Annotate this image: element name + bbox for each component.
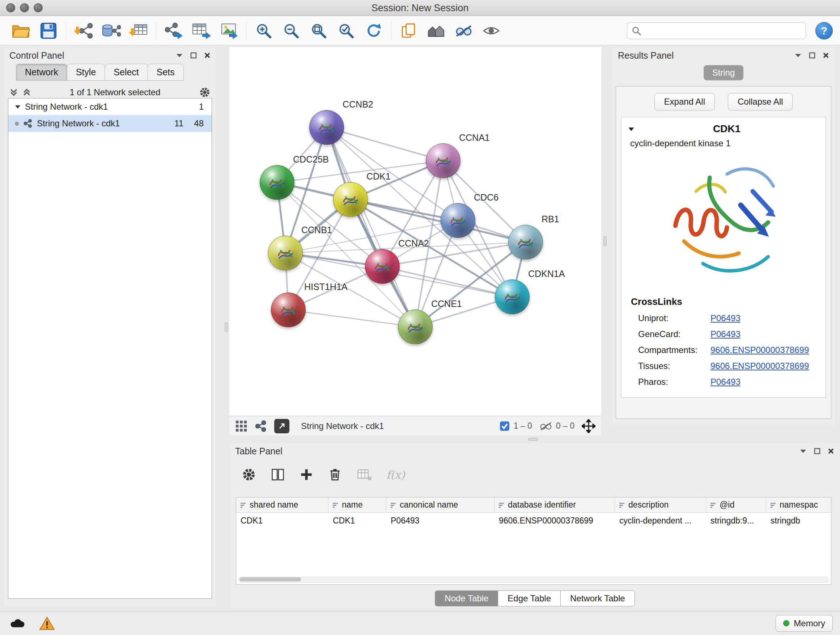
show-all-button[interactable]	[477, 19, 505, 42]
panel-close-icon[interactable]	[204, 52, 210, 59]
export-image-button[interactable]	[215, 19, 242, 42]
table-cell[interactable]: CDK1	[328, 513, 386, 529]
search-field[interactable]	[627, 22, 806, 39]
tree-expander-icon[interactable]	[15, 105, 21, 109]
table-cell[interactable]: stringdb:9...	[706, 513, 766, 529]
network-collection-row[interactable]: String Network - cdk1 1	[8, 98, 212, 115]
collapse-all-button[interactable]: Collapse All	[728, 93, 793, 111]
memory-button[interactable]: Memory	[775, 615, 833, 632]
search-input[interactable]	[641, 26, 801, 36]
zoom-window-button[interactable]	[34, 3, 43, 12]
table-cell[interactable]: P06493	[386, 513, 494, 529]
home-networks-button[interactable]	[423, 19, 450, 42]
network-node-ccna2[interactable]	[365, 249, 400, 284]
save-session-button[interactable]	[35, 19, 62, 42]
collapse-all-icon[interactable]	[9, 88, 18, 97]
tab-string[interactable]: String	[704, 65, 744, 80]
expand-all-icon[interactable]	[22, 88, 31, 97]
panel-menu-icon[interactable]	[794, 53, 802, 58]
panel-float-icon[interactable]	[190, 52, 197, 59]
table-cell[interactable]: 9606.ENSP00000378699	[494, 513, 615, 529]
network-node-ccnb2[interactable]	[309, 110, 344, 145]
network-node-cdkn1a[interactable]	[495, 279, 530, 314]
table-row[interactable]: CDK1 CDK1 P06493 9606.ENSP00000378699 cy…	[236, 513, 831, 529]
selected-checkbox-icon[interactable]	[499, 421, 510, 432]
network-node-rb1[interactable]	[508, 225, 543, 260]
refresh-view-button[interactable]	[360, 19, 387, 42]
horizontal-splitter-grip[interactable]	[528, 438, 538, 441]
panel-menu-icon[interactable]	[799, 448, 807, 454]
column-header[interactable]: canonical name	[386, 497, 494, 512]
function-builder-button[interactable]: f(x)	[386, 469, 405, 481]
help-button[interactable]: ?	[815, 22, 833, 40]
entry-collapse-icon[interactable]	[628, 127, 635, 131]
crosslink-link[interactable]: P06493	[711, 313, 741, 323]
export-network-button[interactable]	[160, 19, 187, 42]
table-settings-gear-icon[interactable]	[242, 467, 256, 482]
network-row[interactable]: String Network - cdk1 11 48	[8, 115, 212, 132]
add-column-icon[interactable]	[300, 468, 313, 481]
zoom-in-button[interactable]	[250, 19, 278, 42]
tab-network[interactable]: Network	[16, 64, 67, 81]
import-network-file-button[interactable]	[70, 19, 97, 42]
zoom-out-button[interactable]	[278, 19, 305, 42]
network-share-icon[interactable]	[255, 420, 267, 432]
network-node-cdk1[interactable]	[333, 182, 368, 217]
right-splitter-grip[interactable]	[603, 236, 607, 246]
import-table-button[interactable]	[125, 19, 152, 42]
table-cell[interactable]: stringdb	[766, 513, 831, 529]
panel-close-icon[interactable]	[828, 448, 834, 454]
zoom-selected-button[interactable]	[332, 19, 360, 42]
network-node-cdc25b[interactable]	[260, 165, 294, 200]
gear-icon[interactable]	[199, 87, 210, 98]
column-header[interactable]: @id	[706, 497, 766, 512]
crosslink-link[interactable]: P06493	[711, 329, 741, 339]
network-node-hist1h1a[interactable]	[271, 293, 306, 327]
panel-float-icon[interactable]	[814, 448, 821, 454]
minimize-button[interactable]	[20, 3, 29, 12]
hidden-glasses-icon[interactable]	[539, 421, 553, 432]
open-in-browser-button[interactable]	[274, 419, 289, 433]
hide-selected-button[interactable]	[450, 19, 477, 42]
scrollbar-thumb[interactable]	[240, 578, 301, 581]
tab-network-table[interactable]: Network Table	[561, 591, 635, 606]
tab-node-table[interactable]: Node Table	[435, 591, 498, 606]
left-splitter-grip[interactable]	[225, 322, 228, 333]
network-node-ccnb1[interactable]	[268, 236, 303, 271]
panel-menu-icon[interactable]	[176, 53, 183, 58]
delete-column-icon[interactable]	[328, 467, 342, 482]
column-header[interactable]: namespac	[766, 497, 831, 512]
copy-document-button[interactable]	[395, 19, 423, 42]
table-cell[interactable]: cyclin-dependent ...	[615, 513, 706, 529]
tab-sets[interactable]: Sets	[148, 64, 184, 81]
column-header[interactable]: description	[615, 497, 706, 512]
crosslink-link[interactable]: P06493	[711, 377, 741, 387]
network-canvas[interactable]: CCNB2CCNA1CDC25BCDK1CDC6RB1CCNB1CCNA2CDK…	[229, 47, 601, 416]
panel-close-icon[interactable]	[823, 52, 829, 59]
warnings-button[interactable]	[37, 615, 57, 632]
panel-float-icon[interactable]	[809, 52, 815, 59]
column-header[interactable]: shared name	[236, 497, 328, 512]
tab-select[interactable]: Select	[104, 64, 148, 81]
horizontal-scrollbar[interactable]	[238, 577, 829, 583]
table-cell[interactable]: CDK1	[236, 513, 328, 529]
birdseye-grid-icon[interactable]	[235, 420, 248, 432]
close-button[interactable]	[6, 3, 15, 12]
export-table-button[interactable]	[187, 19, 215, 42]
import-network-database-button[interactable]	[97, 19, 125, 42]
pan-crosshair-icon[interactable]	[582, 419, 595, 433]
crosslink-link[interactable]: 9606.ENSP00000378699	[711, 361, 809, 371]
delete-table-icon[interactable]	[357, 468, 372, 481]
tab-edge-table[interactable]: Edge Table	[498, 591, 561, 606]
network-node-cdc6[interactable]	[441, 203, 475, 238]
crosslink-link[interactable]: 9606.ENSP00000378699	[711, 345, 809, 355]
zoom-fit-button[interactable]	[305, 19, 332, 42]
expand-all-button[interactable]: Expand All	[654, 93, 715, 111]
cloud-button[interactable]	[7, 615, 27, 632]
column-header[interactable]: name	[328, 497, 386, 512]
show-columns-icon[interactable]	[271, 467, 285, 482]
tab-style[interactable]: Style	[67, 64, 105, 81]
open-session-button[interactable]	[7, 19, 35, 42]
network-node-ccna1[interactable]	[426, 143, 461, 178]
network-node-ccne1[interactable]	[398, 310, 433, 344]
